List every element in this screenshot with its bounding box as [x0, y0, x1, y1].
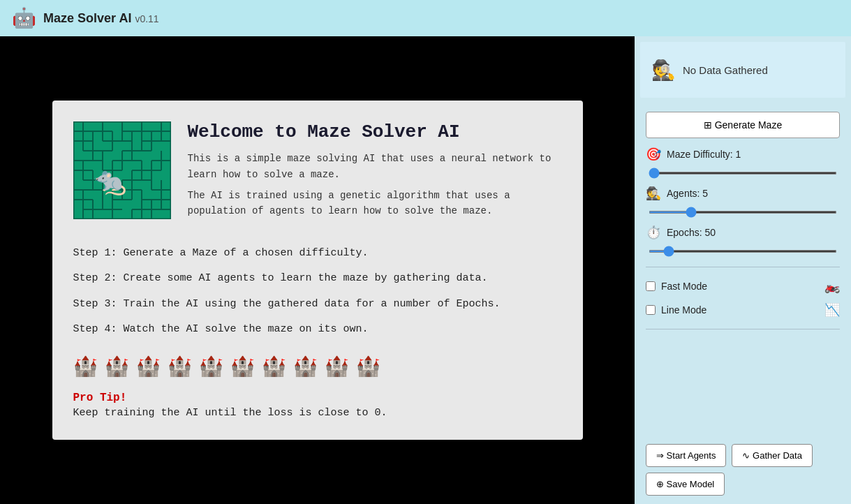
- agent-icon-6: 🏰: [230, 355, 255, 378]
- line-mode-row: Line Mode 📉: [646, 302, 840, 318]
- difficulty-slider[interactable]: [649, 172, 837, 175]
- app-icon: 🤖: [11, 6, 36, 31]
- step-3: Step 3: Train the AI using the gathered …: [73, 297, 555, 313]
- pro-tip-text: Keep training the AI until the loss is c…: [73, 407, 555, 419]
- agent-icon-1: 🏰: [73, 355, 98, 378]
- welcome-text: Welcome to Maze Solver AI This is a simp…: [188, 121, 555, 225]
- steps-section: Step 1: Generate a Maze of a chosen diff…: [73, 246, 555, 338]
- agents-slider[interactable]: [649, 211, 837, 214]
- agent-icon-2: 🏰: [105, 355, 129, 378]
- agent-icon-4: 🏰: [168, 355, 192, 378]
- welcome-title: Welcome to Maze Solver AI: [188, 121, 555, 142]
- start-agents-button[interactable]: ⇒ Start Agents: [646, 444, 726, 467]
- divider-2: [646, 329, 840, 329]
- divider-1: [646, 267, 840, 267]
- line-mode-checkbox[interactable]: [646, 305, 656, 315]
- difficulty-label-row: 🎯 Maze Difficulty: 1: [646, 147, 840, 162]
- agent-icon-3: 🏰: [136, 355, 161, 378]
- app-name: Maze Solver AI: [43, 11, 131, 25]
- person-icon: 🕵️: [651, 59, 676, 82]
- no-data-text: No Data Gathered: [683, 64, 768, 76]
- left-panel: 🐀 Welcome to Maze Solver AI This is a si…: [0, 36, 635, 504]
- generate-maze-button[interactable]: ⊞ Generate Maze: [646, 112, 840, 138]
- epochs-label: Epochs: 50: [667, 227, 716, 238]
- agent-icon-5: 🏰: [199, 355, 223, 378]
- agents-label: Agents: 5: [667, 188, 708, 199]
- controls-section: ⊞ Generate Maze 🎯 Maze Difficulty: 1 🕵️ …: [635, 103, 851, 436]
- step-4: Step 4: Watch the AI solve the maze on i…: [73, 322, 555, 338]
- fast-mode-icon: 🏍️: [824, 279, 840, 294]
- fast-mode-row: Fast Mode 🏍️: [646, 279, 840, 294]
- step-2: Step 2: Create some AI agents to learn t…: [73, 271, 555, 287]
- step-1: Step 1: Generate a Maze of a chosen diff…: [73, 246, 555, 262]
- agent-icon-8: 🏰: [293, 355, 318, 378]
- main-layout: 🐀 Welcome to Maze Solver AI This is a si…: [0, 36, 851, 504]
- difficulty-control: 🎯 Maze Difficulty: 1: [646, 147, 840, 177]
- agent-icon-9: 🏰: [325, 355, 349, 378]
- agent-icon-10: 🏰: [356, 355, 380, 378]
- agents-control: 🕵️ Agents: 5: [646, 186, 840, 216]
- pro-tip: Pro Tip! Keep training the AI until the …: [73, 392, 555, 419]
- fast-mode-checkbox[interactable]: [646, 281, 656, 291]
- agents-label-row: 🕵️ Agents: 5: [646, 186, 840, 201]
- agents-slider-container: [646, 204, 840, 216]
- epochs-slider-container: [646, 243, 840, 255]
- epochs-label-row: ⏱️ Epochs: 50: [646, 225, 840, 240]
- svg-text:🐀: 🐀: [93, 165, 126, 197]
- agent-icon-7: 🏰: [262, 355, 286, 378]
- right-panel: 🕵️ No Data Gathered ⊞ Generate Maze 🎯 Ma…: [635, 36, 851, 504]
- difficulty-label: Maze Difficulty: 1: [667, 149, 741, 160]
- agent-row: 🏰 🏰 🏰 🏰 🏰 🏰 🏰 🏰 🏰 🏰: [73, 355, 555, 378]
- pro-tip-label: Pro Tip!: [73, 392, 555, 404]
- difficulty-slider-container: [646, 165, 840, 177]
- line-mode-icon: 📉: [824, 302, 840, 318]
- welcome-desc2: The AI is trained using a genetic algori…: [188, 188, 555, 219]
- maze-image: 🐀: [73, 121, 171, 219]
- epochs-control: ⏱️ Epochs: 50: [646, 225, 840, 255]
- bottom-buttons: ⇒ Start Agents ∿ Gather Data ⊕ Save Mode…: [635, 436, 851, 504]
- fast-mode-label[interactable]: Fast Mode: [661, 281, 707, 292]
- agents-icon: 🕵️: [646, 186, 661, 201]
- welcome-header: 🐀 Welcome to Maze Solver AI This is a si…: [73, 121, 555, 225]
- difficulty-icon: 🎯: [646, 147, 661, 162]
- gather-data-button[interactable]: ∿ Gather Data: [732, 444, 812, 467]
- line-mode-label[interactable]: Line Mode: [661, 304, 706, 316]
- save-model-button[interactable]: ⊕ Save Model: [646, 473, 725, 496]
- epochs-icon: ⏱️: [646, 225, 661, 240]
- titlebar: 🤖 Maze Solver AI v0.11: [0, 0, 851, 36]
- welcome-card: 🐀 Welcome to Maze Solver AI This is a si…: [52, 101, 583, 440]
- welcome-desc1: This is a simple maze solving AI that us…: [188, 151, 555, 182]
- app-version: v0.11: [135, 13, 158, 24]
- data-panel: 🕵️ No Data Gathered: [640, 42, 845, 98]
- app-title: Maze Solver AI v0.11: [43, 11, 159, 26]
- epochs-slider[interactable]: [649, 250, 837, 253]
